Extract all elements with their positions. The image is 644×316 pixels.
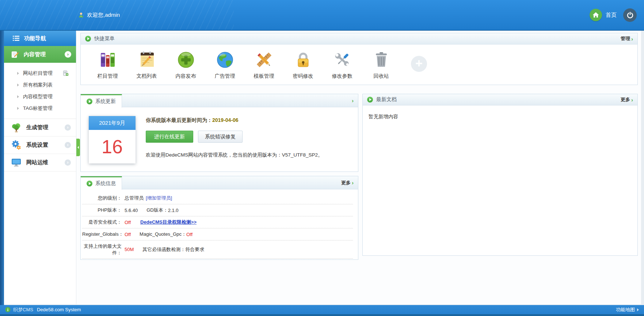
quick-item-recycle-bin[interactable]: 回收站 [362,50,401,80]
globe-icon [215,50,235,70]
plus-circle-icon [176,50,196,70]
quick-item-modify-params[interactable]: 修改参数 [323,50,362,80]
quick-menu-body: 栏目管理 [81,45,637,85]
chevron-right-icon: › [352,98,354,103]
submenu-label: TAG标签管理 [23,105,53,112]
info-row-level: 您的级别： 总管理员 [增加管理员] [82,192,353,204]
play-icon [85,36,91,42]
welcome-text: 欢迎您,admin [87,12,120,19]
sidebar: 功能导航 内容管理 › 网站栏目管理 [4,31,76,304]
version-text: 欢迎使用DedeCMS网站内容管理系统，您当前的使用版本为：V57_UTF8_S… [146,152,323,158]
sidebar-item-all-archives[interactable]: 所有档案列表 [4,79,76,91]
system-info-more-link[interactable]: 更多 › [341,180,358,186]
quick-item-template-manage[interactable]: 模板管理 [244,50,283,80]
row-label: PHP版本： [82,207,122,213]
tree-icon [11,123,21,132]
latest-docs-panel: 最新文档 更多 › 暂无新增内容 [362,94,638,256]
quick-item-label: 密码修改 [293,73,313,80]
sidebar-nav-header: 功能导航 [4,31,76,46]
safe-mode-value: Off [125,220,131,225]
info-row-upload: 支持上传的最大文件： 50M 其它必须函数检测： 符合要求 [82,240,353,259]
footer-brand: 织梦CMS [13,307,33,313]
dedecms-admin-screen: 欢迎您,admin 首页 [0,0,644,316]
function-map-link[interactable]: 功能地图 [616,307,639,313]
row-label: 您的级别： [82,195,122,201]
submenu-label: 内容模型管理 [23,93,53,100]
latest-docs-header: 最新文档 更多 › [363,94,637,105]
group-label: 生成管理 [26,124,48,131]
system-info-tab[interactable]: 系统信息 [81,176,122,190]
magic-quotes-value: Off [186,232,193,237]
quick-item-label: 回收站 [374,73,389,80]
quick-menu-header: 快捷菜单 管理 › [81,33,637,45]
chevron-right-icon: › [65,142,71,148]
topbar-actions: 首页 [590,0,637,30]
main-content: 快捷菜单 管理 › [80,33,638,260]
quick-item-column-manage[interactable]: 栏目管理 [88,50,127,80]
add-shortcut-button[interactable]: + [411,56,427,72]
chevron-right-icon: › [352,180,354,185]
chevron-right-icon: › [65,159,71,166]
manage-link[interactable]: 管理 › [621,35,633,42]
sidebar-item-generate-manage[interactable]: 生成管理 › [4,119,76,136]
quick-item-content-publish[interactable]: 内容发布 [166,50,205,80]
logout-button[interactable] [623,8,637,22]
home-label[interactable]: 首页 [606,12,617,19]
sidebar-item-site-columns[interactable]: 网站栏目管理 [4,68,76,79]
quick-item-label: 修改参数 [332,73,353,80]
func-check-label: 其它必须函数检测： [142,246,185,253]
error-fix-button[interactable]: 系统错误修复 [198,131,243,143]
add-admin-link[interactable]: [增加管理员] [146,195,172,201]
sidebar-item-system-settings[interactable]: 系统设置 › [4,136,76,154]
page-left-strip [0,31,4,316]
info-row-php: PHP版本： 5.6.40 GD版本： 2.1.0 [82,204,353,216]
quick-menu-panel: 快捷菜单 管理 › [80,33,638,85]
php-version-value: 5.6.40 [125,208,138,213]
tools-icon [332,50,352,70]
sidebar-item-site-ops[interactable]: 网站运维 › [4,154,76,172]
magic-quotes-label: Magic_Quotes_Gpc： [140,231,186,238]
sidebar-item-tag-manage[interactable]: TAG标签管理 [4,103,76,114]
permission-check-link[interactable]: DedeCMS目录权限检测>> [140,219,197,226]
monitor-icon [11,158,21,167]
pencil-ruler-icon [254,50,274,70]
quick-item-password-change[interactable]: 密码修改 [283,50,323,80]
sidebar-collapse-handle[interactable] [76,139,80,156]
play-icon [367,97,373,103]
group-label: 系统设置 [26,142,48,149]
system-update-more-link[interactable]: › [352,98,358,103]
system-info-header: 系统信息 更多 › [81,176,358,189]
nav-header-label: 功能导航 [24,35,46,42]
power-icon [626,11,634,19]
quick-item-label: 内容发布 [176,73,196,80]
system-update-tab[interactable]: 系统更新 [81,94,122,108]
gear-icon [11,140,21,150]
group-label: 网站运维 [26,159,48,166]
play-icon [87,181,92,186]
quick-item-document-list[interactable]: 文档列表 [127,50,166,80]
home-icon [592,11,599,19]
system-update-panel: 系统更新 › 2021年9月 16 你系统版本最后更新 [80,94,358,172]
row-label: Register_Globals： [82,231,122,238]
triangle-icon [637,308,639,311]
info-row-safe-mode: 是否安全模式： Off DedeCMS目录权限检测>> [82,216,353,228]
update-buttons: 进行在线更新 系统错误修复 [146,131,323,143]
quick-item-ad-manage[interactable]: 广告管理 [205,50,244,80]
quick-item-label: 模板管理 [254,73,274,80]
right-column: 最新文档 更多 › 暂无新增内容 [362,94,638,256]
sidebar-item-content-models[interactable]: 内容模型管理 [4,91,76,103]
online-update-button[interactable]: 进行在线更新 [146,131,193,143]
last-update-line: 你系统版本最后更新时间为：2019-04-06 [146,117,323,124]
system-info-panel: 系统信息 更多 › 您的级别： 总管理员 [增加管理员] [80,176,358,260]
add-document-icon[interactable] [62,70,69,76]
chevron-right-icon: › [65,124,71,131]
home-button[interactable] [590,9,602,21]
content-manage-icon [11,50,19,59]
latest-docs-title: 最新文档 [376,96,397,103]
latest-docs-more-link[interactable]: 更多 › [621,96,633,103]
chevron-right-icon: › [65,51,71,58]
system-info-title: 系统信息 [95,180,116,187]
quick-item-label: 文档列表 [137,73,157,80]
sidebar-item-content-manage[interactable]: 内容管理 › [4,46,76,63]
sidebar-submenu: 网站栏目管理 所有档案列表 内容模型管理 [4,63,76,119]
